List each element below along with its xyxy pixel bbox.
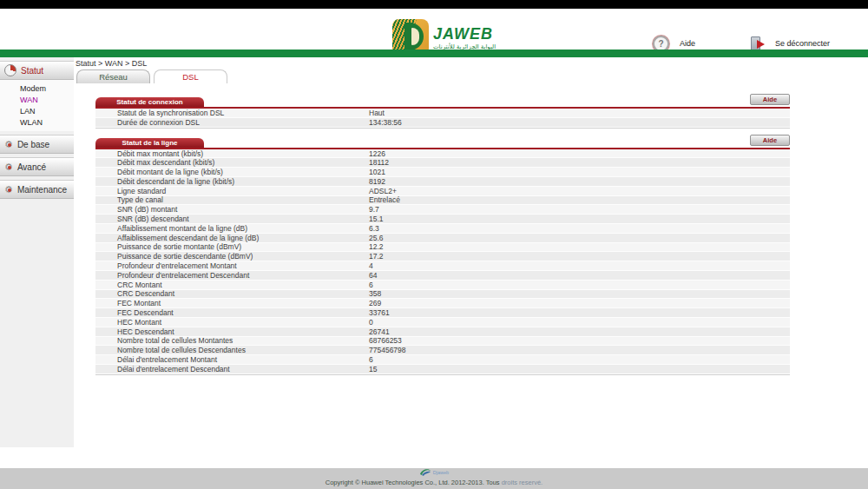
logo-arabic-text: البوابة الجزائرية للأنترنات	[433, 43, 496, 50]
aide-label: Aide	[680, 39, 695, 48]
sidebar-item-wan[interactable]: WAN	[0, 94, 74, 105]
connection-status-table: Statut de la synchronisation DSLHautDuré…	[95, 109, 790, 129]
row-value: 1021	[369, 168, 790, 176]
copyright-text: Copyright © Huawei Technologies Co., Ltd…	[0, 479, 868, 486]
sidebar-section-label: Maintenance	[17, 185, 67, 195]
table-row: Statut de la synchronisation DSLHaut	[95, 109, 790, 118]
row-label: FEC Montant	[95, 299, 369, 307]
gears-icon: ⚙	[4, 162, 13, 172]
footer-logo-text: Djaweb	[433, 470, 449, 475]
row-label: Délai d'entrelacement Montant	[95, 355, 369, 364]
row-value: 9.7	[369, 205, 790, 214]
table-row: HEC Montant0	[95, 318, 790, 327]
tables-area: Statut de connexion Aide Statut de la sy…	[95, 96, 790, 375]
row-label: Durée de connexion DSL	[95, 118, 369, 127]
tab-reseau[interactable]: Réseau	[76, 69, 150, 83]
top-black-bar	[0, 0, 868, 9]
section-title: Statut de la ligne	[95, 138, 204, 148]
table-row: Débit descendant de la ligne (kbit/s)819…	[95, 177, 790, 187]
breadcrumb: Statut > WAN > DSL	[76, 59, 868, 68]
logout-arrow	[757, 40, 765, 49]
row-value: 15.1	[369, 215, 790, 223]
sidebar-item-wlan[interactable]: WLAN	[0, 116, 74, 128]
aide-button[interactable]: Aide	[750, 94, 790, 105]
row-label: Puissance de sortie montante (dBmV)	[95, 242, 369, 251]
row-value: 33761	[369, 308, 790, 317]
logout-label: Se déconnecter	[775, 39, 830, 48]
main-content: Statut > WAN > DSL Réseau DSL Statut de …	[74, 57, 868, 383]
tools-icon: ⚙	[4, 185, 13, 195]
row-label: CRC Montant	[95, 281, 369, 289]
section-header: Statut de la ligne Aide	[95, 136, 790, 149]
row-value: ADSL2+	[369, 187, 790, 195]
row-label: Débit max descendant (kbit/s)	[95, 158, 369, 167]
table-row: FEC Descendant33761	[95, 308, 790, 318]
dsl-status-page: JAWEB البوابة الجزائرية للأنترنات Djaweb…	[0, 0, 868, 489]
tab-dsl[interactable]: DSL	[154, 69, 227, 83]
table-row: Puissance de sortie descendante (dBmV)17…	[95, 252, 790, 261]
statut-submenu: Modem WAN LAN WLAN	[0, 80, 74, 131]
sidebar-item-modem[interactable]: Modem	[0, 83, 74, 94]
row-label: CRC Descendant	[95, 289, 369, 298]
table-row: Affaiblissement descendant de la ligne (…	[95, 234, 790, 243]
table-row: Affaiblissement montant de la ligne (dB)…	[95, 224, 790, 234]
row-label: Affaiblissement montant de la ligne (dB)	[95, 224, 369, 233]
sidebar-section-avance[interactable]: ⚙ Avancé	[0, 157, 74, 176]
row-label: Ligne standard	[95, 187, 369, 195]
sidebar-section-label: De base	[17, 140, 49, 149]
table-row: Débit max montant (kbit/s)1226	[95, 149, 790, 159]
sidebar-item-lan[interactable]: LAN	[0, 105, 74, 116]
section-header: Statut de connexion Aide	[95, 96, 790, 109]
row-label: Débit montant de la ligne (kbit/s)	[95, 168, 369, 176]
row-value: 68766253	[369, 336, 790, 345]
row-label: Délai d'entrelacement Descendant	[95, 365, 369, 373]
row-label: HEC Montant	[95, 318, 369, 327]
footer: Djaweb Copyright © Huawei Technologies C…	[0, 468, 868, 489]
green-divider-bar	[0, 50, 868, 57]
table-row: CRC Montant6	[95, 281, 790, 290]
sidebar-section-de-base[interactable]: ⚙ De base	[0, 135, 74, 154]
section-statut-de-connexion: Statut de connexion Aide Statut de la sy…	[95, 96, 790, 129]
table-row: CRC Descendant358	[95, 290, 790, 300]
section-title: Statut de connexion	[95, 97, 204, 107]
section-statut-de-la-ligne: Statut de la ligne Aide Débit max montan…	[95, 136, 790, 375]
row-value: 17.2	[369, 252, 790, 261]
sidebar-section-label: Avancé	[17, 162, 46, 172]
row-label: SNR (dB) descendant	[95, 215, 369, 223]
copyright-main: Copyright © Huawei Technologies Co., Ltd…	[326, 479, 500, 486]
row-label: Débit descendant de la ligne (kbit/s)	[95, 177, 369, 186]
logo-brand: JAWEB	[433, 26, 496, 42]
table-row: Puissance de sortie montante (dBmV)12.2	[95, 243, 790, 253]
row-value: 18112	[369, 158, 790, 167]
row-label: Affaiblissement descendant de la ligne (…	[95, 234, 369, 242]
row-value: 6	[369, 281, 790, 289]
row-value: 269	[369, 299, 790, 307]
table-row: Débit max descendant (kbit/s)18112	[95, 158, 790, 168]
row-label: Profondeur d'entrelacement Montant	[95, 261, 369, 270]
aide-button[interactable]: Aide	[750, 135, 790, 146]
sidebar-section-statut[interactable]: Statut	[0, 61, 74, 80]
tab-strip: Réseau DSL	[76, 69, 868, 83]
table-row: Profondeur d'entrelacement Descendant64	[95, 271, 790, 281]
row-value: 6	[369, 355, 790, 364]
header: JAWEB البوابة الجزائرية للأنترنات Djaweb…	[0, 9, 868, 50]
footer-swoosh-icon	[419, 467, 431, 478]
row-label: Type de canal	[95, 195, 369, 204]
row-value: Haut	[369, 109, 790, 117]
line-status-table: Débit max montant (kbit/s)1226Débit max …	[95, 149, 790, 375]
sidebar-section-maintenance[interactable]: ⚙ Maintenance	[0, 180, 74, 199]
logout-door-icon	[751, 36, 765, 51]
row-value: 0	[369, 318, 790, 327]
row-value: 6.3	[369, 224, 790, 233]
table-row: Profondeur d'entrelacement Montant4	[95, 261, 790, 271]
table-row: SNR (dB) montant9.7	[95, 205, 790, 215]
row-value: 8192	[369, 177, 790, 186]
table-row: Délai d'entrelacement Descendant15	[95, 365, 790, 374]
table-row: SNR (dB) descendant15.1	[95, 215, 790, 224]
table-row: Type de canalEntrelacé	[95, 196, 790, 206]
row-label: SNR (dB) montant	[95, 205, 369, 214]
row-value: 26741	[369, 327, 790, 336]
table-row: HEC Descendant26741	[95, 327, 790, 337]
table-row: Nombre total de cellules Descendantes775…	[95, 346, 790, 355]
row-label: Nombre total de cellules Montantes	[95, 336, 369, 345]
